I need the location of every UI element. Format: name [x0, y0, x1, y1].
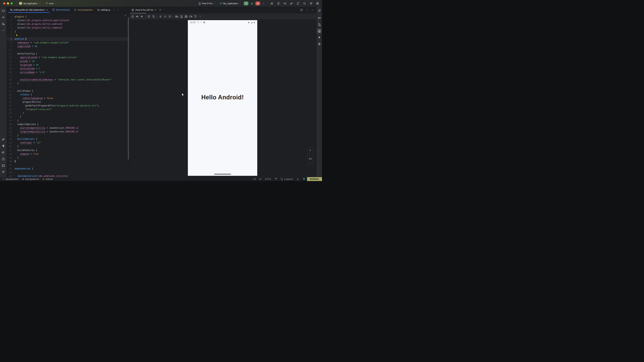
code-line-1[interactable]: 1plugins {: [7, 15, 130, 18]
editor-tab-settings.g[interactable]: Ksettings.g: [95, 7, 112, 13]
build-hammer-icon[interactable]: [270, 1, 274, 5]
code-line-22[interactable]: 22 release {: [7, 93, 130, 96]
code-line-43[interactable]: 43: [7, 171, 130, 174]
resource-manager-icon[interactable]: [1, 21, 6, 26]
screen-record-icon[interactable]: [189, 14, 193, 18]
code-line-41[interactable]: 41: [7, 163, 130, 167]
open-in-new-window-icon[interactable]: [300, 8, 303, 11]
code-line-18[interactable]: 18 testInstrumentationRunner = "androidx…: [7, 78, 130, 82]
device-selector[interactable]: Pixel 9 Pro: [197, 1, 217, 5]
code-line-4[interactable]: 4 alias(libs.plugins.kotlin.compose): [7, 26, 130, 30]
restart-activity-icon[interactable]: A: [276, 1, 280, 5]
gradle-sync-icon[interactable]: [296, 1, 300, 5]
kebab-icon[interactable]: [198, 14, 202, 18]
version-control-icon[interactable]: [1, 170, 6, 175]
code-line-24[interactable]: 24 proguardFiles(: [7, 100, 130, 104]
breadcrumb-item-build.gradle.kts[interactable]: Kbuild.gradle.kts: [22, 178, 39, 180]
code-line-32[interactable]: 32 targetCompatibility = JavaVersion.VER…: [7, 130, 130, 134]
project-selector[interactable]: My Application: [22, 1, 42, 5]
add-device-button[interactable]: [159, 8, 162, 11]
device-tab[interactable]: Pixel 9 Pro API 34 ✕: [131, 8, 156, 11]
running-devices-icon[interactable]: [317, 29, 322, 33]
minimize-icon[interactable]: [311, 8, 314, 11]
more-horizontal-icon[interactable]: [1, 28, 6, 33]
close-icon[interactable]: ✕: [46, 8, 48, 11]
nav-home-icon[interactable]: [163, 14, 167, 18]
code-editor[interactable]: 1plugins {2 alias(libs.plugins.android.a…: [7, 13, 130, 177]
code-line-38[interactable]: 38 compose = true: [7, 152, 130, 156]
indent-config[interactable]: 2 spaces*: [279, 177, 295, 181]
code-line-36[interactable]: 36 }: [7, 145, 130, 148]
logcat-icon[interactable]: [1, 150, 6, 155]
device-settings-icon[interactable]: [179, 14, 183, 18]
zoom-out-button[interactable]: [308, 153, 312, 156]
code-line-14[interactable]: 14 targetSdk = 36: [7, 63, 130, 67]
code-line-13[interactable]: 13 minSdk = 24: [7, 59, 130, 63]
code-line-44[interactable]: 44 implementation(libs.androidx.core.ktx…: [7, 174, 130, 177]
code-line-30[interactable]: 30 compileOptions {: [7, 122, 130, 126]
code-line-23[interactable]: 23 isMinifyEnabled = false: [7, 96, 130, 100]
code-line-12[interactable]: 12 applicationId = "com.example.myapplic…: [7, 56, 130, 59]
terminal-icon[interactable]: [1, 163, 6, 168]
zoom-window-button[interactable]: [10, 2, 13, 4]
app-quality-insights-icon[interactable]: [1, 143, 6, 148]
code-line-40[interactable]: 40}: [7, 160, 130, 163]
build-hammer-tw-icon[interactable]: [1, 137, 6, 142]
gradle-icon[interactable]: [317, 16, 322, 21]
snapshots-icon[interactable]: [193, 14, 198, 18]
kebab-icon[interactable]: [306, 8, 308, 11]
stop-button[interactable]: [256, 1, 260, 5]
code-line-11[interactable]: 11 defaultConfig {: [7, 52, 130, 56]
run-configuration-selector[interactable]: My_Application: [218, 1, 242, 5]
vim-mode-badge[interactable]: NORMAL: [307, 177, 322, 181]
apply-code-changes-icon[interactable]: [282, 1, 287, 5]
code-line-9[interactable]: 9 compileSdk = 36: [7, 44, 130, 48]
breadcrumb-item-myapplication[interactable]: MyApplication: [2, 178, 18, 180]
code-line-35[interactable]: 35 jvmTarget = "11": [7, 141, 130, 145]
code-line-29[interactable]: 29 }: [7, 119, 130, 122]
code-line-15[interactable]: 15 versionCode = 1: [7, 67, 130, 70]
code-line-3[interactable]: 3 alias(libs.plugins.kotlin.android): [7, 22, 130, 26]
search-icon[interactable]: [302, 1, 306, 5]
rerun-button[interactable]: [244, 1, 248, 5]
attach-debugger-icon[interactable]: [289, 1, 294, 5]
project-folder-icon[interactable]: [1, 8, 6, 13]
device-screen[interactable]: 10:20 A Hello Android!: [188, 20, 258, 176]
problems-icon[interactable]: [1, 157, 6, 162]
code-line-10[interactable]: 10: [7, 48, 130, 52]
profile-icon[interactable]: [315, 1, 320, 5]
code-line-16[interactable]: 16 versionName = "1.0": [7, 70, 130, 74]
tab-list-dropdown-icon[interactable]: [112, 8, 115, 11]
ai-assistant-disabled-icon[interactable]: [272, 177, 279, 181]
code-line-26[interactable]: 26 "proguard-rules.pro": [7, 108, 130, 111]
editor-tab-local.properties[interactable]: local.properties: [72, 7, 94, 13]
rotate-left-icon[interactable]: [147, 14, 151, 18]
code-line-19[interactable]: 19 }: [7, 82, 130, 85]
unlock-icon[interactable]: [295, 177, 301, 181]
keyboard-icon[interactable]: [174, 14, 178, 18]
code-line-6[interactable]: 6: [7, 33, 130, 37]
caret-position[interactable]: 7:9: [251, 177, 258, 181]
volume-down-icon[interactable]: [140, 14, 144, 18]
code-line-42[interactable]: 42dependencies {: [7, 167, 130, 171]
code-line-37[interactable]: 37 buildFeatures {: [7, 148, 130, 152]
gemini-icon[interactable]: [317, 35, 322, 40]
breadcrumb-item-android[interactable]: android: [42, 178, 53, 180]
code-line-31[interactable]: 31 sourceCompatibility = JavaVersion.VER…: [7, 126, 130, 130]
commit-icon[interactable]: [1, 15, 6, 20]
inspection-ok-icon[interactable]: [124, 14, 127, 16]
volume-up-icon[interactable]: [135, 14, 139, 18]
nav-overview-icon[interactable]: [168, 14, 172, 18]
code-line-34[interactable]: 34 kotlinOptions {: [7, 137, 130, 141]
horizontal-scroll-thumb[interactable]: [130, 13, 146, 13]
code-line-21[interactable]: 21 buildTypes {: [7, 89, 130, 93]
device-manager-icon[interactable]: [317, 22, 322, 27]
gesture-navigation-bar[interactable]: [214, 174, 231, 174]
code-line-20[interactable]: 20: [7, 85, 130, 89]
code-line-17[interactable]: 17: [7, 74, 130, 78]
zoom-in-button[interactable]: [308, 149, 312, 152]
intention-bulb-icon[interactable]: [16, 34, 18, 37]
file-encoding[interactable]: UTF-8: [263, 177, 272, 181]
device-streaming-icon[interactable]: [317, 41, 322, 46]
editor-tab-MainActivity.kt[interactable]: MainActivity.kt: [50, 7, 72, 13]
